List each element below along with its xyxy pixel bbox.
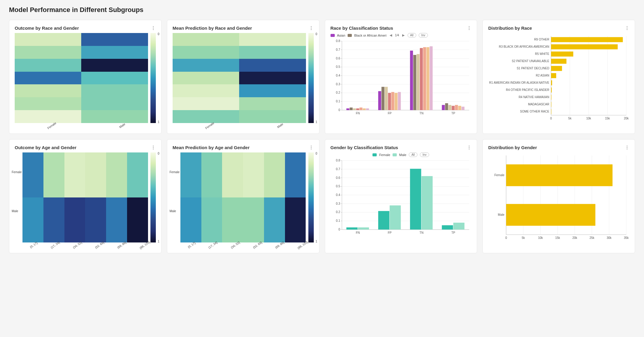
legend-inv-button[interactable]: Inv <box>419 33 428 38</box>
heatmap-cell <box>173 84 239 97</box>
bar <box>551 66 562 71</box>
legend-swatch-female <box>372 153 377 156</box>
svg-text:S2 PATIENT UNAVAILABLE: S2 PATIENT UNAVAILABLE <box>512 59 549 63</box>
legend-label: Male <box>399 153 406 157</box>
bar <box>551 37 623 42</box>
kebab-menu-icon[interactable] <box>151 26 156 31</box>
card-race-class-status: Race by Classification Status Asian Blac… <box>325 20 477 134</box>
bar <box>551 59 566 64</box>
horizontal-bar-chart: 05k10k15k20kR9 OTHERR3 BLACK OR AFRICAN-… <box>488 33 629 123</box>
svg-text:0: 0 <box>338 108 340 112</box>
bar <box>551 88 552 93</box>
bar <box>551 80 552 86</box>
heatmap-cell <box>15 110 81 123</box>
bar <box>366 108 369 110</box>
heatmap-cell <box>173 97 239 110</box>
bar <box>448 105 451 110</box>
svg-text:0.3: 0.3 <box>336 202 340 205</box>
bar <box>410 51 413 110</box>
svg-text:0.7: 0.7 <box>336 48 340 51</box>
legend-inv-button[interactable]: Inv <box>420 152 429 157</box>
kebab-menu-icon[interactable] <box>625 145 629 150</box>
page-title: Model Performance in Different Subgroups <box>9 6 635 14</box>
heatmap-cell <box>81 59 148 72</box>
svg-text:R3 BLACK OR AFRICAN-AMERICAN: R3 BLACK OR AFRICAN-AMERICAN <box>499 45 549 48</box>
svg-text:SOME OTHER RACE: SOME OTHER RACE <box>520 110 550 113</box>
heatmap-chart: 0 1 FemaleMale <box>173 33 314 123</box>
card-dist-race: Distribution by Race 05k10k15k20kR9 OTHE… <box>482 20 635 134</box>
kebab-menu-icon[interactable] <box>309 145 314 150</box>
heatmap-chart: 0 1 FemaleMale <box>15 33 156 123</box>
x-tick-label: Male <box>277 122 284 129</box>
legend-all-button[interactable]: All <box>409 152 417 157</box>
bar <box>506 204 595 226</box>
heatmap-cell <box>81 46 148 59</box>
heatmap-cell <box>127 152 148 197</box>
svg-text:30k: 30k <box>607 236 612 239</box>
bar <box>551 73 556 78</box>
horizontal-bar-chart: 05k10k15k20k25k30k35kFemaleMale <box>488 152 629 242</box>
bar <box>506 164 613 186</box>
heatmap-cell <box>285 197 306 242</box>
kebab-menu-icon[interactable] <box>467 145 471 150</box>
bar <box>420 48 423 110</box>
kebab-menu-icon[interactable] <box>151 145 156 150</box>
heatmap-cell <box>180 152 201 197</box>
bar <box>417 54 420 110</box>
heatmap-chart: FemaleMale 0 1 (0, 17](17, 34](34, 52](5… <box>15 152 156 242</box>
heatmap-cell <box>85 152 106 197</box>
card-dist-gender: Distribution by Gender 05k10k15k20k25k30… <box>482 139 635 253</box>
heatmap-cell <box>81 110 148 123</box>
svg-text:TN: TN <box>419 231 423 234</box>
heatmap-cell <box>22 152 43 197</box>
bar <box>384 87 387 110</box>
svg-text:0.5: 0.5 <box>336 65 340 68</box>
heatmap-cell <box>285 152 306 197</box>
kebab-menu-icon[interactable] <box>309 26 314 31</box>
heatmap-cell <box>243 197 264 242</box>
y-tick-label: Female <box>170 170 180 174</box>
bar <box>442 105 445 110</box>
heatmap-cell <box>239 46 306 59</box>
card-title: Mean Prediction by Age and Gender <box>173 145 250 150</box>
svg-text:10k: 10k <box>538 236 543 239</box>
heatmap-cell <box>64 197 85 242</box>
bar <box>445 103 448 110</box>
bar <box>381 87 384 110</box>
heatmap-cell <box>222 197 243 242</box>
kebab-menu-icon[interactable] <box>625 26 629 31</box>
grouped-bar-chart: 00.10.20.30.40.50.60.70.8FNFPTNTP <box>331 159 472 237</box>
svg-text:0.6: 0.6 <box>336 57 340 60</box>
heatmap-cell <box>81 72 148 85</box>
heatmap-cell <box>173 72 239 85</box>
bar <box>390 205 401 229</box>
heatmap-cell <box>239 110 306 123</box>
heatmap-chart: FemaleMale 0 1 (0, 17](17, 34](34, 52](5… <box>173 152 314 242</box>
colorbar-max: 1 <box>316 120 317 124</box>
svg-text:TP: TP <box>451 231 455 234</box>
svg-text:20k: 20k <box>624 117 629 120</box>
y-tick-label: Male <box>170 209 180 213</box>
bar <box>391 92 394 110</box>
legend-swatch-black <box>348 34 352 37</box>
bar <box>363 108 366 110</box>
card-mean-pred-race-gender: Mean Prediction by Race and Gender 0 1 F… <box>167 20 319 134</box>
legend: Asian Black or African Ameri ◀ 1/4 ▶ All… <box>331 33 472 38</box>
card-title: Mean Prediction by Race and Gender <box>173 26 252 31</box>
heatmap-cell <box>127 197 148 242</box>
card-outcome-age-gender: Outcome by Age and Gender FemaleMale 0 1… <box>9 139 162 253</box>
card-title: Outcome by Race and Gender <box>15 26 79 31</box>
y-tick-label: Female <box>12 170 22 174</box>
legend-next-icon[interactable]: ▶ <box>402 34 405 37</box>
svg-text:15k: 15k <box>555 236 560 239</box>
bar <box>461 107 464 110</box>
heatmap-cell <box>15 84 81 97</box>
kebab-menu-icon[interactable] <box>467 26 471 31</box>
svg-text:0: 0 <box>505 236 507 239</box>
card-outcome-race-gender: Outcome by Race and Gender 0 1 FemaleMal… <box>9 20 162 134</box>
colorbar-min: 0 <box>316 32 317 36</box>
legend-prev-icon[interactable]: ◀ <box>389 34 393 37</box>
svg-text:0.8: 0.8 <box>336 159 340 162</box>
legend-all-button[interactable]: All <box>408 33 416 38</box>
bar <box>388 93 391 110</box>
